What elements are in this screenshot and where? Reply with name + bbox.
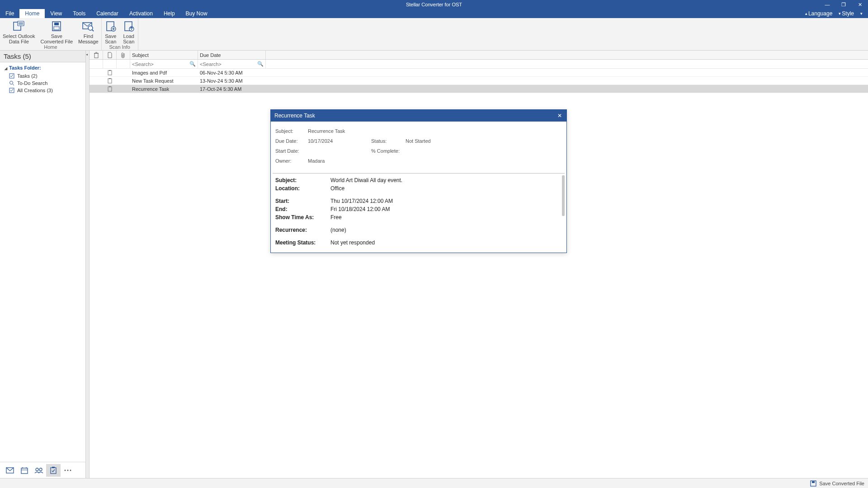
nav-more[interactable] xyxy=(61,464,75,477)
save-converted-file-button[interactable]: Save Converted File xyxy=(38,18,76,44)
mail-icon xyxy=(6,467,14,474)
col-attachment[interactable] xyxy=(117,51,130,59)
search-spacer xyxy=(90,60,103,68)
tasks-nav-icon xyxy=(50,467,57,474)
menu-buy-now[interactable]: Buy Now xyxy=(180,9,213,18)
cell-subject: New Task Request xyxy=(130,77,198,84)
tree-root[interactable]: ◢Tasks Folder: xyxy=(3,64,83,72)
meta-subject-label: Subject: xyxy=(275,128,308,134)
tree-item-all-creations[interactable]: All Creations (3) xyxy=(3,87,83,94)
svg-rect-7 xyxy=(54,27,59,30)
nav-tasks[interactable] xyxy=(46,464,61,477)
sidebar: Tasks (5) ◢Tasks Folder: Tasks (2) To-Do… xyxy=(0,51,86,478)
cell-spacer xyxy=(117,85,130,93)
cell-type-icon xyxy=(103,77,117,84)
ribbon-btn-label: Select Outlook xyxy=(3,33,35,39)
search-spacer xyxy=(103,60,117,68)
detail-body-row: Subject:World Art Diwali All day event. xyxy=(275,176,562,184)
col-type[interactable] xyxy=(103,51,117,59)
svg-point-24 xyxy=(36,468,38,471)
menu-home[interactable]: Home xyxy=(19,9,45,18)
detail-body-label: Show Time As: xyxy=(275,213,330,221)
detail-body-row: Meeting Status:Not yet responded xyxy=(275,239,562,247)
detail-meta: Subject: Recurrence Task Due Date: 10/17… xyxy=(271,122,566,173)
col-due-date[interactable]: Due Date xyxy=(198,51,266,59)
window-controls: — ❐ ✕ xyxy=(819,0,868,9)
minimize-button[interactable]: — xyxy=(819,0,835,9)
save-scan-icon xyxy=(104,20,117,33)
meta-pct-label: % Complete: xyxy=(371,148,406,154)
maximize-button[interactable]: ❐ xyxy=(835,0,852,9)
meta-owner-label: Owner: xyxy=(275,158,308,164)
meta-due-label: Due Date: xyxy=(275,138,308,144)
close-icon: ✕ xyxy=(557,113,562,119)
detail-close-button[interactable]: ✕ xyxy=(556,112,564,120)
nav-calendar[interactable] xyxy=(17,464,32,477)
status-save-button[interactable]: Save Converted File xyxy=(819,481,864,486)
menu-bar: File Home View Tools Calendar Activation… xyxy=(0,9,868,18)
ribbon-btn-label: Scan xyxy=(123,39,134,44)
cell-due: 13-Nov-24 5:30 AM xyxy=(198,77,266,84)
menu-activation[interactable]: Activation xyxy=(124,9,158,18)
search-due[interactable]: 🔍 xyxy=(198,60,266,68)
detail-body-label: Location: xyxy=(275,184,330,192)
search-due-input[interactable] xyxy=(200,61,264,67)
load-scan-icon xyxy=(123,20,135,33)
meta-start-label: Start Date: xyxy=(275,148,308,154)
col-delete[interactable] xyxy=(90,51,103,59)
table-row[interactable]: Images and Pdf 06-Nov-24 5:30 AM xyxy=(90,69,868,77)
svg-rect-39 xyxy=(109,86,111,87)
search-row: 🔍 🔍 xyxy=(90,60,868,69)
detail-body-row: Start:Thu 10/17/2024 12:00 AM xyxy=(275,197,562,205)
find-message-button[interactable]: Find Message xyxy=(75,18,101,44)
detail-body-value: (none) xyxy=(330,226,562,234)
sidebar-collapse-handle[interactable]: ◂ xyxy=(86,51,90,478)
search-spacer xyxy=(117,60,130,68)
paperclip-icon xyxy=(121,52,126,58)
tree-item-label: All Creations (3) xyxy=(17,88,53,93)
style-caret2[interactable]: ▾ xyxy=(858,11,866,16)
svg-point-25 xyxy=(39,468,42,471)
cell-spacer xyxy=(117,77,130,84)
menu-calendar[interactable]: Calendar xyxy=(91,9,124,18)
detail-body-row: Recurrence:(none) xyxy=(275,226,562,234)
detail-body-label: Start: xyxy=(275,197,330,205)
tree-item-tasks[interactable]: Tasks (2) xyxy=(3,72,83,80)
menu-file[interactable]: File xyxy=(0,9,19,18)
col-subject[interactable]: Subject xyxy=(130,51,198,59)
find-message-icon xyxy=(82,20,94,33)
cell-due: 17-Oct-24 5:30 AM xyxy=(198,85,266,93)
nav-mail[interactable] xyxy=(3,464,17,477)
svg-rect-37 xyxy=(109,78,111,79)
detail-body-value: Not yet responded xyxy=(330,239,562,247)
caret-down-icon: ▾ xyxy=(839,11,841,16)
svg-line-17 xyxy=(13,84,14,85)
search-subject[interactable]: 🔍 xyxy=(130,60,198,68)
load-scan-button[interactable]: Load Scan xyxy=(120,18,138,44)
clipboard-icon xyxy=(108,78,112,84)
menu-tools[interactable]: Tools xyxy=(67,9,91,18)
search-subject-input[interactable] xyxy=(132,61,196,67)
calendar-icon xyxy=(21,467,28,474)
detail-body-label: End: xyxy=(275,205,330,213)
bottom-nav xyxy=(0,462,85,478)
detail-body-value: Office xyxy=(330,184,562,192)
style-label: Style xyxy=(842,10,854,17)
save-scan-button[interactable]: Save Scan xyxy=(102,18,120,44)
menu-view[interactable]: View xyxy=(45,9,67,18)
meta-status-label: Status: xyxy=(371,138,406,144)
menu-help[interactable]: Help xyxy=(158,9,180,18)
table-row[interactable]: New Task Request 13-Nov-24 5:30 AM xyxy=(90,77,868,85)
language-label: Language xyxy=(808,10,832,17)
nav-people[interactable] xyxy=(32,464,46,477)
meta-due-value: 10/17/2024 xyxy=(308,138,371,144)
triangle-down-icon: ◢ xyxy=(5,66,7,70)
style-dropdown[interactable]: ▾Style xyxy=(836,10,857,17)
language-dropdown[interactable]: ▴Language xyxy=(802,10,835,17)
close-button[interactable]: ✕ xyxy=(852,0,868,9)
minimize-icon: — xyxy=(825,2,830,7)
tree-item-todo-search[interactable]: To-Do Search xyxy=(3,80,83,87)
detail-scrollbar[interactable] xyxy=(562,175,565,216)
table-row[interactable]: Recurrence Task 17-Oct-24 5:30 AM xyxy=(90,85,868,93)
select-outlook-data-file-button[interactable]: Select Outlook Data File xyxy=(0,18,38,44)
